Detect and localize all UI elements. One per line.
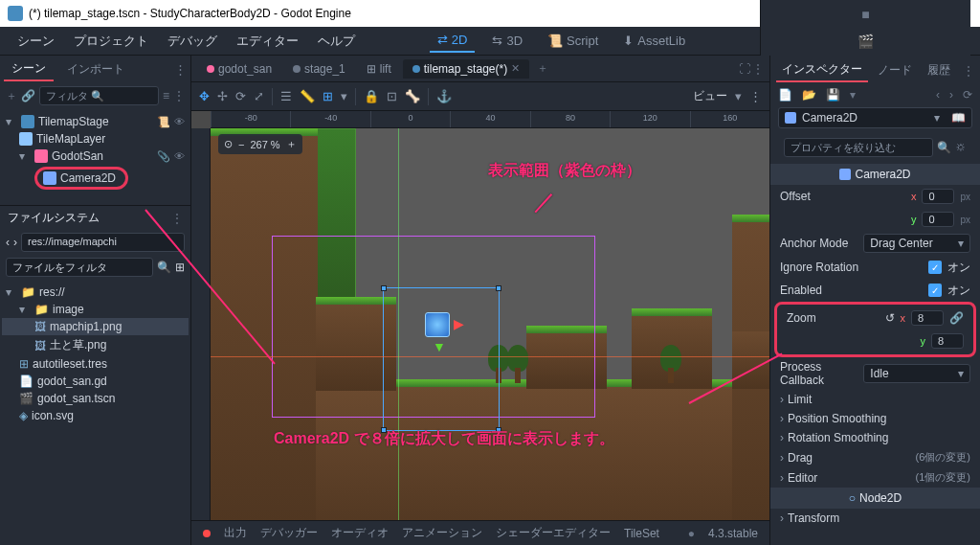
group-icon[interactable]: ⊡ [387, 89, 397, 103]
rotate-tool-icon[interactable]: ⟳ [235, 89, 246, 103]
bottom-output[interactable]: 出力 [224, 525, 247, 541]
workspace-2d-tab[interactable]: ⇄ 2D [430, 29, 476, 53]
link-xy-icon[interactable]: 🔗 [949, 311, 964, 325]
menu-editor[interactable]: エディター [229, 29, 306, 54]
scenetab-tilemap[interactable]: tilemap_stage(*)✕ [403, 59, 529, 79]
list-tool-icon[interactable]: ☰ [280, 89, 292, 103]
bottom-shader[interactable]: シェーダーエディター [496, 525, 611, 541]
dock-more-icon[interactable]: ⋮ [752, 62, 764, 76]
lock-icon[interactable]: 🔒 [364, 89, 379, 103]
anchor-icon[interactable]: ⚓ [436, 89, 452, 103]
workspace-assetlib-tab[interactable]: ⬇ AssetLib [615, 29, 693, 53]
expand-icon[interactable]: ⛶ [739, 62, 750, 76]
history-tab[interactable]: 履歴 [922, 59, 956, 81]
zoom-value[interactable]: 267 % [250, 139, 279, 150]
scenetab-stage1[interactable]: stage_1 [283, 59, 355, 79]
kebab-icon[interactable]: ⋮ [749, 89, 762, 103]
node-tab[interactable]: ノード [872, 59, 918, 81]
visibility-icon[interactable]: 👁 [174, 116, 185, 127]
scenetab-godotsan[interactable]: godot_san [197, 59, 281, 79]
more-icon[interactable]: ⋮ [173, 89, 185, 102]
scene-filter-input[interactable]: フィルタ 🔍 [39, 86, 159, 105]
snap-menu-icon[interactable]: ▾ [341, 89, 347, 103]
dock-menu-icon[interactable]: ⋮ [174, 62, 187, 77]
revert-icon[interactable]: ↺ [885, 311, 895, 325]
doc-icon[interactable]: 📖 [951, 111, 966, 125]
fold-position-smoothing[interactable]: ›Position Smoothing [770, 409, 980, 428]
fold-editor[interactable]: ›Editor(1個の変更) [770, 467, 980, 488]
offset-x-input[interactable]: 0 [922, 189, 954, 204]
scene-dock-tab[interactable]: シーン [4, 57, 54, 81]
player-sprite[interactable] [425, 312, 450, 337]
bottom-animation[interactable]: アニメーション [402, 525, 482, 541]
bottom-debugger[interactable]: デバッガー [260, 525, 318, 541]
bottom-tileset[interactable]: TileSet [624, 527, 659, 540]
search-icon[interactable]: 🔍 [157, 261, 171, 274]
node-camera2d[interactable]: Camera2D [60, 171, 116, 185]
fold-transform[interactable]: ›Transform [770, 509, 980, 528]
property-filter-input[interactable]: プロパティを絞り込む [784, 138, 933, 157]
node-godotsan[interactable]: GodotSan [52, 149, 153, 163]
refresh-icon[interactable]: ⟳ [963, 88, 972, 102]
new-resource-icon[interactable]: 📄 [778, 88, 792, 102]
workspace-script-tab[interactable]: 📜 Script [540, 29, 606, 53]
inspector-tab[interactable]: インスペクター [776, 58, 868, 82]
fwd-icon[interactable]: › [13, 236, 17, 249]
workspace-3d-tab[interactable]: ⇆ 3D [484, 29, 530, 53]
fold-limit[interactable]: ›Limit [770, 390, 980, 409]
node-tilemap[interactable]: TileMapLayer [36, 132, 185, 146]
node-root[interactable]: TilemapStage [38, 115, 153, 128]
y-axis-gizmo[interactable]: ▼ [433, 339, 446, 354]
history-back-icon[interactable]: ‹ [936, 88, 940, 102]
save-resource-icon[interactable]: 💾 [826, 88, 840, 102]
stop-button[interactable]: ■ [858, 6, 875, 23]
scale-tool-icon[interactable]: ⤢ [254, 89, 264, 103]
section-camera2d[interactable]: Camera2D [770, 164, 980, 185]
scenetab-lift[interactable]: ⊞lift [357, 59, 401, 79]
link-icon[interactable]: 🔗 [21, 89, 35, 102]
zoom-y-input[interactable]: 8 [931, 333, 964, 349]
filesystem-tree[interactable]: ▾📁res:// ▾📁image 🖼mapchip1.png 🖼土と草.png … [0, 280, 190, 428]
bone-icon[interactable]: 🦴 [405, 89, 420, 103]
path-input[interactable]: res://image/mapchi [21, 233, 185, 252]
close-tab-icon[interactable]: ✕ [511, 62, 520, 75]
zoom-x-input[interactable]: 8 [911, 310, 944, 326]
scene-canvas[interactable]: ▶ ▼ [211, 128, 769, 520]
ignore-rotation-checkbox[interactable]: ✓ [928, 261, 942, 274]
select-tool-icon[interactable]: ✥ [199, 89, 210, 103]
move-tool-icon[interactable]: ✢ [217, 89, 228, 103]
fold-rotation-smoothing[interactable]: ›Rotation Smoothing [770, 428, 980, 447]
offset-y-input[interactable]: 0 [922, 212, 954, 227]
anchor-mode-dropdown[interactable]: Drag Center▾ [863, 234, 970, 253]
zoom-in-icon[interactable]: ＋ [286, 137, 297, 151]
ruler-tool-icon[interactable]: 📏 [300, 89, 315, 103]
section-node2d[interactable]: ○Node2D [770, 488, 980, 509]
menu-help[interactable]: ヘルプ [310, 29, 363, 54]
enabled-checkbox[interactable]: ✓ [928, 284, 942, 297]
zoom-out-icon[interactable]: − [238, 139, 244, 150]
new-tab-icon[interactable]: ＋ [531, 60, 554, 77]
open-resource-icon[interactable]: 📂 [802, 88, 816, 102]
2d-viewport[interactable]: -80-4004080120160 ⊙ − 267 % ＋ [191, 111, 769, 520]
play-scene-button[interactable]: 🎬 [858, 33, 875, 50]
import-dock-tab[interactable]: インポート [59, 58, 132, 80]
file-mapchip1[interactable]: mapchip1.png [50, 320, 122, 333]
inspector-menu-icon[interactable]: ⋮ [963, 64, 974, 78]
add-node-icon[interactable]: ＋ [6, 88, 17, 104]
menu-project[interactable]: プロジェクト [66, 29, 156, 54]
menu-scene[interactable]: シーン [10, 29, 62, 54]
process-callback-dropdown[interactable]: Idle▾ [863, 364, 970, 383]
selection-rect[interactable] [383, 287, 500, 431]
file-filter-input[interactable]: ファイルをフィルタ [6, 258, 153, 277]
zoom-center-icon[interactable]: ⊙ [224, 138, 233, 150]
menu-debug[interactable]: デバッグ [160, 29, 225, 54]
view-menu[interactable]: ビュー [693, 88, 727, 104]
back-icon[interactable]: ‹ [6, 236, 10, 249]
fold-drag[interactable]: ›Drag(6個の変更) [770, 447, 980, 467]
sort-icon[interactable]: ≡ [163, 89, 169, 102]
script-icon[interactable]: 📜 [157, 116, 170, 128]
snap-tool-icon[interactable]: ⊞ [323, 89, 333, 103]
selected-node-dropdown[interactable]: Camera2D▾ 📖 [778, 107, 972, 128]
history-fwd-icon[interactable]: › [949, 88, 953, 102]
bottom-audio[interactable]: オーディオ [331, 525, 389, 541]
